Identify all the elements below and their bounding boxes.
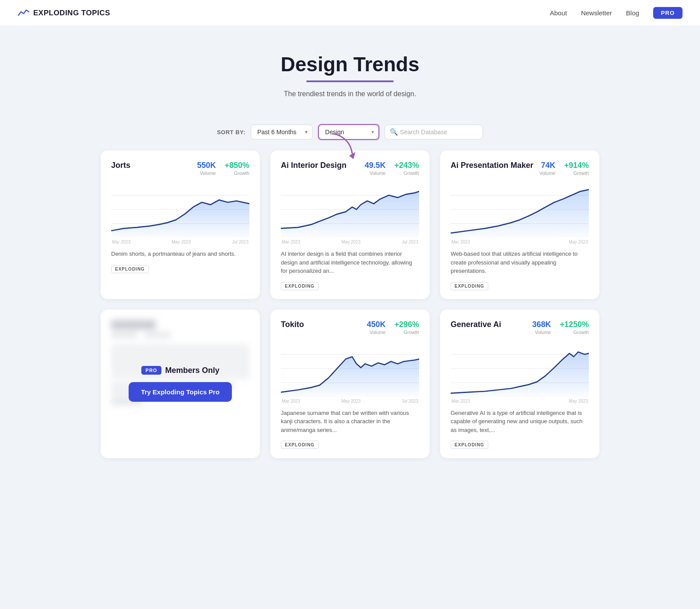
status-badge: EXPLODING xyxy=(451,282,488,290)
card-header: Tokito 450K Volume +296% Growth xyxy=(281,320,419,335)
arrow-icon xyxy=(324,129,359,164)
hero-subtitle: The trendiest trends in the world of des… xyxy=(9,90,691,98)
volume-label: Volume xyxy=(370,330,386,335)
volume-label: Volume xyxy=(539,171,556,176)
card-title: Ai Presentation Maker xyxy=(451,161,533,170)
card-metrics: 74K Volume +914% Growth xyxy=(539,161,589,176)
volume-value: 49.5K xyxy=(364,161,385,170)
nav-about[interactable]: About xyxy=(550,9,567,17)
logo-text: EXPLODING TOPICS xyxy=(33,9,110,17)
chart-area xyxy=(281,340,419,397)
volume-metric: 368K Volume xyxy=(532,320,551,335)
chart-x-labels: Mar 2023 May 2023 Jul 2023 xyxy=(281,399,419,404)
growth-metric: +1250% Growth xyxy=(560,320,589,335)
sort-by-label: SORT BY: xyxy=(217,129,245,136)
logo[interactable]: EXPLODING TOPICS xyxy=(18,8,110,18)
volume-label: Volume xyxy=(200,171,216,176)
card-title: Generative Ai xyxy=(451,320,501,329)
chart-x-labels: Mar 2023 May 2023 Jul 2023 xyxy=(111,240,249,244)
volume-metric: 74K Volume xyxy=(539,161,556,176)
card-title: Tokito xyxy=(281,320,304,329)
growth-value: +296% xyxy=(394,320,419,329)
title-underline xyxy=(306,80,394,82)
growth-value: +1250% xyxy=(560,320,589,329)
chart-x-labels: Mar 2023 May 2023 xyxy=(451,399,589,404)
volume-metric: 550K Volume xyxy=(197,161,216,176)
growth-value: +850% xyxy=(224,161,249,170)
pro-tag: PRO xyxy=(141,366,162,375)
growth-label: Growth xyxy=(404,171,419,176)
trend-chart xyxy=(451,181,589,238)
try-pro-button[interactable]: Try Exploding Topics Pro xyxy=(129,382,232,402)
volume-value: 450K xyxy=(367,320,385,329)
growth-metric: +243% Growth xyxy=(394,161,419,176)
card-description: Denim shorts, a portmanteau of jeans and… xyxy=(111,250,249,258)
growth-label: Growth xyxy=(574,171,589,176)
nav-pro-button[interactable]: PRO xyxy=(653,7,682,19)
chart-x-labels: Mar 2023 May 2023 Jul 2023 xyxy=(281,240,419,244)
card-ai-interior: Ai Interior Design 49.5K Volume +243% Gr… xyxy=(270,150,430,299)
members-only-text: Members Only xyxy=(165,366,219,375)
volume-label: Volume xyxy=(535,330,551,335)
growth-value: +243% xyxy=(394,161,419,170)
logo-icon xyxy=(18,8,30,18)
trend-chart xyxy=(111,181,249,238)
growth-metric: +850% Growth xyxy=(224,161,249,176)
card-header: Jorts 550K Volume +850% Growth xyxy=(111,161,249,176)
nav-blog[interactable]: Blog xyxy=(626,9,639,17)
chart-area xyxy=(281,181,419,238)
growth-value: +914% xyxy=(564,161,589,170)
volume-value: 368K xyxy=(532,320,551,329)
pro-overlay: PRO Members Only Try Exploding Topics Pr… xyxy=(101,310,260,458)
volume-metric: 49.5K Volume xyxy=(364,161,385,176)
card-generative-ai: Generative Ai 368K Volume +1250% Growth xyxy=(440,310,599,458)
page-title: Design Trends xyxy=(9,52,691,76)
card-description: AI interior design is a field that combi… xyxy=(281,250,419,275)
status-badge: EXPLODING xyxy=(281,441,318,449)
growth-label: Growth xyxy=(574,330,589,335)
card-ai-presentation: Ai Presentation Maker 74K Volume +914% G… xyxy=(440,150,599,299)
search-input[interactable] xyxy=(385,125,483,139)
card-description: Generative AI is a type of artificial in… xyxy=(451,409,589,435)
volume-label: Volume xyxy=(370,171,386,176)
chart-area xyxy=(111,181,249,238)
time-filter-select[interactable]: Past 6 Months Past 3 Months Past Year Pa… xyxy=(251,125,313,139)
card-metrics: 550K Volume +850% Growth xyxy=(197,161,249,176)
nav-newsletter[interactable]: Newsletter xyxy=(581,9,612,17)
volume-metric: 450K Volume xyxy=(367,320,385,335)
card-title: Jorts xyxy=(111,161,130,170)
trend-chart xyxy=(281,181,419,238)
volume-value: 74K xyxy=(541,161,555,170)
trend-chart xyxy=(281,340,419,397)
card-metrics: 450K Volume +296% Growth xyxy=(367,320,419,335)
growth-label: Growth xyxy=(234,171,249,176)
card-description: Web-based tool that utilizes artificial … xyxy=(451,250,589,275)
volume-value: 550K xyxy=(197,161,216,170)
chart-area xyxy=(451,340,589,397)
hero-section: Design Trends The trendiest trends in th… xyxy=(0,26,700,115)
card-metrics: 49.5K Volume +243% Growth xyxy=(364,161,419,176)
trends-grid: Jorts 550K Volume +850% Growth xyxy=(92,150,608,484)
card-pro-locked: ████████ PRO Members Only Try Exploding … xyxy=(101,310,260,458)
growth-label: Growth xyxy=(404,330,419,335)
chart-x-labels: Mar 2023 May 2023 xyxy=(451,240,589,244)
status-badge: EXPLODING xyxy=(111,265,149,273)
nav-links: About Newsletter Blog PRO xyxy=(550,7,682,19)
growth-metric: +914% Growth xyxy=(564,161,589,176)
status-badge: EXPLODING xyxy=(281,282,318,290)
card-description: Japanese surname that can be written wit… xyxy=(281,409,419,435)
status-badge: EXPLODING xyxy=(451,441,488,449)
chart-area xyxy=(451,181,589,238)
trend-chart xyxy=(451,340,589,397)
navigation: EXPLODING TOPICS About Newsletter Blog P… xyxy=(0,0,700,26)
time-filter-wrapper: Past 6 Months Past 3 Months Past Year Pa… xyxy=(251,125,313,139)
card-tokito: Tokito 450K Volume +296% Growth xyxy=(270,310,430,458)
search-wrapper: 🔍 xyxy=(385,125,483,139)
card-jorts: Jorts 550K Volume +850% Growth xyxy=(101,150,260,299)
card-header: Generative Ai 368K Volume +1250% Growth xyxy=(451,320,589,335)
pro-members-label: PRO Members Only xyxy=(141,366,220,375)
card-header: Ai Presentation Maker 74K Volume +914% G… xyxy=(451,161,589,176)
growth-metric: +296% Growth xyxy=(394,320,419,335)
card-metrics: 368K Volume +1250% Growth xyxy=(532,320,589,335)
